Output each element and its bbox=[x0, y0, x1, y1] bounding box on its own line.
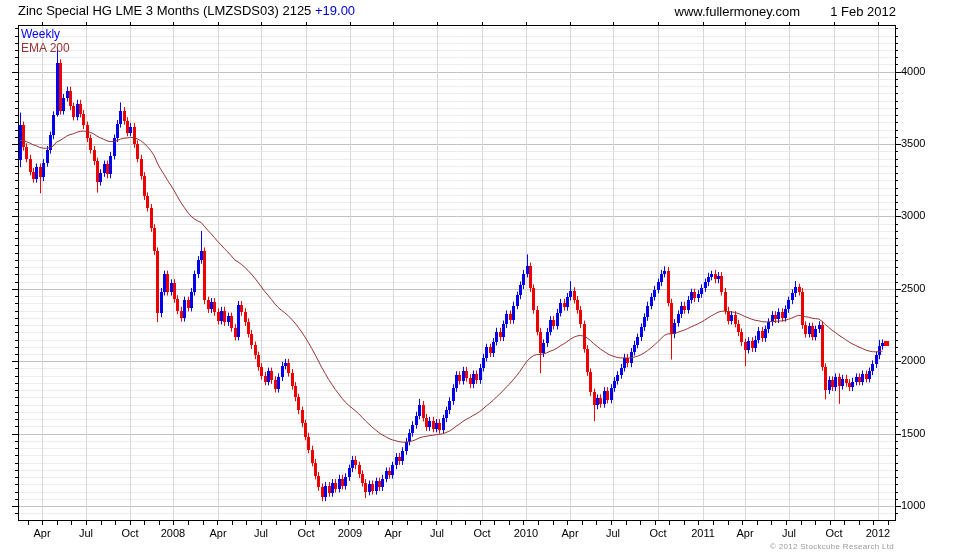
x-axis-label: 2009 bbox=[328, 527, 372, 539]
x-axis-label: Jul bbox=[415, 527, 459, 539]
instrument-label: Zinc Special HG LME 3 Months (LMZSDS03) … bbox=[18, 3, 311, 18]
chart-window: Zinc Special HG LME 3 Months (LMZSDS03) … bbox=[0, 0, 980, 560]
price-chart-canvas bbox=[0, 0, 980, 560]
x-axis-label: 2011 bbox=[681, 527, 725, 539]
y-axis-label: 1000 bbox=[901, 499, 925, 511]
x-axis-label: 2008 bbox=[151, 527, 195, 539]
x-axis-label: Apr bbox=[371, 527, 415, 539]
x-axis-label: Oct bbox=[812, 527, 856, 539]
x-axis-label: Jul bbox=[64, 527, 108, 539]
x-axis-label: Jul bbox=[239, 527, 283, 539]
x-axis-label: Jul bbox=[591, 527, 635, 539]
y-axis-label: 4000 bbox=[901, 65, 925, 77]
x-axis-label: Apr bbox=[723, 527, 767, 539]
x-axis-label: Apr bbox=[196, 527, 240, 539]
website-label: www.fullermoney.com bbox=[675, 4, 800, 19]
x-axis-label: Oct bbox=[636, 527, 680, 539]
x-axis-label: Oct bbox=[284, 527, 328, 539]
price-change-label: +19.00 bbox=[315, 3, 355, 18]
x-axis-label: Oct bbox=[460, 527, 504, 539]
x-axis-label: Oct bbox=[108, 527, 152, 539]
legend-ema: EMA 200 bbox=[21, 41, 70, 55]
x-axis-label: 2010 bbox=[504, 527, 548, 539]
date-label: 1 Feb 2012 bbox=[830, 4, 896, 19]
x-axis-label: Apr bbox=[20, 527, 64, 539]
x-axis-label: 2012 bbox=[856, 527, 900, 539]
y-axis-label: 2500 bbox=[901, 282, 925, 294]
y-axis-label: 3000 bbox=[901, 209, 925, 221]
y-axis-label: 1500 bbox=[901, 427, 925, 439]
copyright-label: © 2012 Stockcube Research Ltd bbox=[770, 542, 894, 551]
x-axis-label: Apr bbox=[548, 527, 592, 539]
chart-title: Zinc Special HG LME 3 Months (LMZSDS03) … bbox=[18, 3, 355, 18]
y-axis-label: 3500 bbox=[901, 137, 925, 149]
legend-timeframe: Weekly bbox=[21, 27, 60, 41]
x-axis-label: Jul bbox=[767, 527, 811, 539]
y-axis-label: 2000 bbox=[901, 354, 925, 366]
